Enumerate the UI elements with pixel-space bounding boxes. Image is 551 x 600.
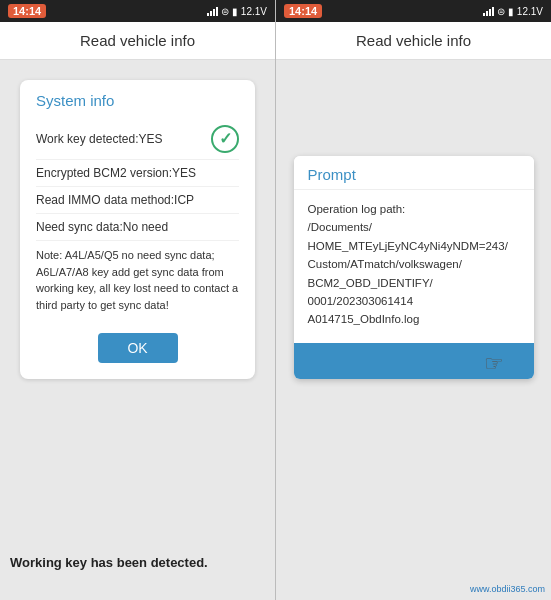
card-title: System info (36, 92, 239, 109)
battery-icon: ▮ (232, 6, 238, 17)
prompt-body: Operation log path: /Documents/ HOME_MTE… (294, 190, 534, 343)
system-info-card: System info Work key detected:YES Encryp… (20, 80, 255, 379)
workkey-label: Work key detected:YES (36, 132, 211, 146)
info-row-sync: Need sync data:No need (36, 214, 239, 241)
left-nav-bar: Read vehicle info (0, 22, 275, 60)
signal-icon (207, 6, 218, 16)
sync-label: Need sync data:No need (36, 220, 239, 234)
ok-button[interactable]: OK (98, 333, 178, 363)
checkmark-icon (211, 125, 239, 153)
right-status-bar: 14:14 ⊜ ▮ 12.1V (276, 0, 551, 22)
right-status-time: 14:14 (284, 4, 322, 18)
left-voltage: 12.1V (241, 6, 267, 17)
watermark: www.obdii365.com (470, 584, 545, 594)
right-battery-icon: ▮ (508, 6, 514, 17)
left-status-icons: ⊜ ▮ 12.1V (207, 6, 267, 17)
left-status-time: 14:14 (8, 4, 46, 18)
ok-button-wrapper: OK (36, 323, 239, 363)
left-main-content: System info Work key detected:YES Encryp… (0, 60, 275, 600)
right-wifi-icon: ⊜ (497, 6, 505, 17)
info-row-workkey: Work key detected:YES (36, 119, 239, 160)
right-panel: 14:14 ⊜ ▮ 12.1V Read vehicle info Prompt… (275, 0, 551, 600)
prompt-card: Prompt Operation log path: /Documents/ H… (294, 156, 534, 379)
info-note: Note: A4L/A5/Q5 no need sync data; A6L/A… (36, 241, 239, 319)
cursor-icon: ☞ (484, 351, 504, 377)
prompt-confirm-button[interactable]: ☞ (294, 343, 534, 379)
right-voltage: 12.1V (517, 6, 543, 17)
right-nav-title: Read vehicle info (356, 32, 471, 49)
immo-label: Read IMMO data method:ICP (36, 193, 239, 207)
left-nav-title: Read vehicle info (80, 32, 195, 49)
left-panel: 14:14 ⊜ ▮ 12.1V Read vehicle info System… (0, 0, 275, 600)
right-main-content: Prompt Operation log path: /Documents/ H… (276, 60, 551, 600)
right-signal-icon (483, 6, 494, 16)
right-nav-bar: Read vehicle info (276, 22, 551, 60)
info-row-encrypted: Encrypted BCM2 version:YES (36, 160, 239, 187)
prompt-text: Operation log path: /Documents/ HOME_MTE… (308, 200, 520, 329)
right-status-icons: ⊜ ▮ 12.1V (483, 6, 543, 17)
info-row-immo: Read IMMO data method:ICP (36, 187, 239, 214)
wifi-icon: ⊜ (221, 6, 229, 17)
encrypted-label: Encrypted BCM2 version:YES (36, 166, 239, 180)
left-status-bar: 14:14 ⊜ ▮ 12.1V (0, 0, 275, 22)
prompt-title: Prompt (294, 156, 534, 190)
working-key-text: Working key has been detected. (10, 555, 265, 570)
